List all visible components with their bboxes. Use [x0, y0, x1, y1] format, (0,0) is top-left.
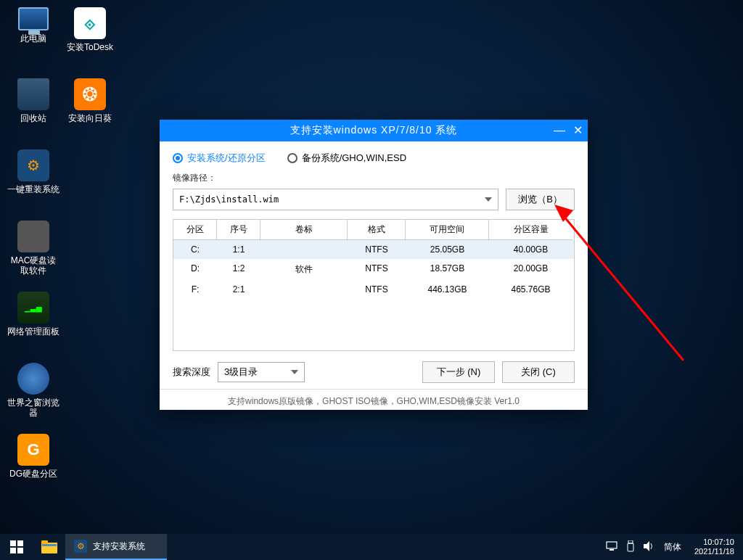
radio-install-label: 安装系统/还原分区 — [187, 152, 266, 165]
desktop-icon[interactable]: ⚙一键重装系统 — [7, 149, 59, 215]
svg-rect-5 — [607, 542, 617, 548]
table-cell: NTFS — [348, 259, 406, 280]
svg-rect-4 — [42, 544, 57, 546]
close-x-button[interactable]: ✕ — [573, 125, 583, 136]
start-button[interactable] — [0, 534, 33, 560]
desktop-icon[interactable]: 回收站 — [7, 78, 59, 144]
taskbar-clock[interactable]: 10:07:10 2021/11/18 — [690, 538, 739, 556]
desktop-icon-label: 回收站 — [20, 113, 46, 123]
dialog-title-bar[interactable]: 支持安装windows XP/7/8/10 系统 — ✕ — [160, 120, 588, 141]
desktop-icon-label: MAC硬盘读取软件 — [7, 255, 59, 276]
table-body: C:1:1NTFS25.05GB40.00GBD:1:2软件NTFS18.57G… — [173, 240, 574, 350]
svg-marker-9 — [644, 541, 649, 551]
ic-net-icon: ▁▃▅ — [17, 292, 49, 324]
table-cell: D: — [173, 259, 217, 280]
installer-dialog: 支持安装windows XP/7/8/10 系统 — ✕ 安装系统/还原分区 备… — [160, 120, 588, 410]
taskbar-active-app[interactable]: ⚙ 支持安装系统 — [65, 534, 167, 560]
desktop-icon-label: 安装向日葵 — [68, 113, 112, 123]
table-cell: 25.05GB — [406, 240, 489, 259]
table-row[interactable]: D:1:2软件NTFS18.57GB20.00GB — [173, 259, 574, 280]
table-header-cell: 分区 — [173, 220, 217, 240]
image-path-value: F:\Zjds\install.wim — [179, 194, 279, 205]
table-header-cell: 卷标 — [260, 220, 348, 240]
tray-usb-icon[interactable] — [626, 540, 635, 553]
tray-monitor-icon[interactable] — [606, 541, 617, 553]
table-header-cell: 序号 — [217, 220, 260, 240]
gear-icon: ⚙ — [74, 540, 87, 553]
desktop-icon[interactable]: ❂安装向日葵 — [64, 78, 116, 144]
table-row[interactable]: C:1:1NTFS25.05GB40.00GB — [173, 240, 574, 259]
search-depth-select[interactable]: 3级目录 — [218, 362, 305, 382]
close-button-label: 关闭 (C) — [521, 366, 556, 379]
dropdown-triangle-icon — [291, 370, 298, 374]
desktop-icons-col1: 此电脑回收站⚙一键重装系统MAC硬盘读取软件▁▃▅网络管理面板世界之窗浏览器GD… — [7, 7, 59, 505]
desktop-icon-label: 世界之窗浏览器 — [7, 398, 59, 418]
table-cell: 20.00GB — [489, 259, 572, 280]
desktop-icon-label: 一键重装系统 — [7, 184, 59, 194]
table-header-cell: 可用空间 — [406, 220, 489, 240]
browse-button-label: 浏览（B） — [518, 193, 562, 206]
ime-indicator[interactable]: 简体 — [664, 541, 681, 553]
table-cell: C: — [173, 240, 217, 259]
ic-mac-icon — [17, 221, 49, 252]
taskbar-file-explorer[interactable] — [33, 534, 65, 560]
desktop-icon[interactable]: ⟐安装ToDesk — [64, 7, 116, 73]
next-button-label: 下一步 (N) — [437, 366, 481, 379]
table-cell: 465.76GB — [489, 280, 572, 299]
ic-gear-icon: ⚙ — [17, 149, 49, 181]
desktop-icon[interactable]: 此电脑 — [7, 7, 59, 73]
table-cell: 446.13GB — [406, 280, 489, 299]
search-depth-label: 搜索深度 — [173, 366, 210, 379]
next-button[interactable]: 下一步 (N) — [422, 361, 495, 383]
table-header: 分区序号卷标格式可用空间分区容量 — [173, 220, 574, 240]
table-header-cell: 分区容量 — [489, 220, 572, 240]
ic-globe-icon — [17, 363, 49, 395]
table-cell: 软件 — [260, 259, 348, 280]
taskbar-active-label: 支持安装系统 — [93, 540, 145, 553]
table-cell: NTFS — [348, 240, 406, 259]
table-cell: 1:1 — [217, 240, 260, 259]
radio-icon — [173, 153, 183, 163]
folder-icon — [41, 540, 57, 553]
svg-rect-3 — [41, 540, 48, 544]
radio-backup-label: 备份系统/GHO,WIN,ESD — [302, 152, 406, 165]
tray-volume-icon[interactable] — [644, 541, 655, 553]
desktop-icon[interactable]: MAC硬盘读取软件 — [7, 221, 59, 286]
clock-date: 2021/11/18 — [694, 547, 734, 556]
radio-install-restore[interactable]: 安装系统/还原分区 — [173, 152, 266, 165]
desktop-icon-label: 安装ToDesk — [67, 42, 113, 52]
table-cell: 40.00GB — [489, 240, 572, 259]
table-cell: 1:2 — [217, 259, 260, 280]
desktop: 此电脑回收站⚙一键重装系统MAC硬盘读取软件▁▃▅网络管理面板世界之窗浏览器GD… — [0, 0, 743, 560]
taskbar: ⚙ 支持安装系统 简体 10:07:10 2021/11/18 — [0, 534, 743, 560]
close-button[interactable]: 关闭 (C) — [502, 361, 575, 383]
ic-todesk-icon: ⟐ — [74, 7, 106, 39]
search-depth-value: 3级目录 — [224, 366, 258, 379]
desktop-icon[interactable]: 世界之窗浏览器 — [7, 363, 59, 428]
table-cell: NTFS — [348, 280, 406, 299]
windows-logo-icon — [10, 540, 23, 553]
path-label: 镜像路径： — [173, 172, 575, 184]
ic-monitor-icon — [18, 7, 49, 30]
browse-button[interactable]: 浏览（B） — [506, 189, 575, 210]
desktop-icon-label: 此电脑 — [20, 33, 46, 44]
clock-time: 10:07:10 — [694, 538, 734, 547]
partition-table: 分区序号卷标格式可用空间分区容量 C:1:1NTFS25.05GB40.00GB… — [173, 219, 575, 351]
table-cell: 18.57GB — [406, 259, 489, 280]
dropdown-triangle-icon — [485, 197, 492, 202]
ic-dg-icon: G — [17, 434, 49, 466]
desktop-icons-col2: ⟐安装ToDesk❂安装向日葵 — [64, 7, 116, 149]
table-cell: 2:1 — [217, 280, 260, 299]
desktop-icon-label: DG硬盘分区 — [9, 469, 57, 479]
radio-backup[interactable]: 备份系统/GHO,WIN,ESD — [287, 152, 406, 165]
svg-rect-6 — [609, 549, 614, 551]
image-path-dropdown[interactable]: F:\Zjds\install.wim — [173, 189, 498, 210]
table-cell — [260, 240, 348, 259]
minimize-button[interactable]: — — [554, 125, 566, 136]
desktop-icon[interactable]: ▁▃▅网络管理面板 — [7, 292, 59, 357]
desktop-icon-label: 网络管理面板 — [7, 326, 59, 337]
table-row[interactable]: F:2:1NTFS446.13GB465.76GB — [173, 280, 574, 299]
table-cell: F: — [173, 280, 217, 299]
dialog-title: 支持安装windows XP/7/8/10 系统 — [290, 124, 458, 137]
desktop-icon[interactable]: GDG硬盘分区 — [7, 434, 59, 499]
